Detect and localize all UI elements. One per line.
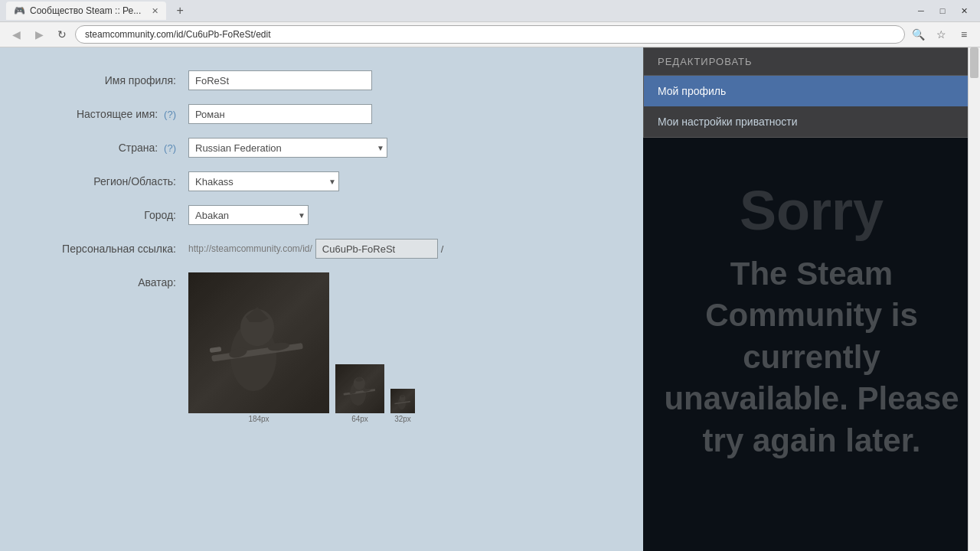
new-tab-btn[interactable]: + xyxy=(169,2,191,20)
maximize-btn[interactable]: □ xyxy=(933,4,952,18)
nav-bar: ◀ ▶ ↻ 🔍 ☆ ≡ xyxy=(0,21,980,47)
country-select-wrapper: Russian Federation ▼ xyxy=(188,138,387,158)
country-row: Страна: (?) Russian Federation ▼ xyxy=(31,138,612,158)
menu-icon[interactable]: ≡ xyxy=(954,24,974,44)
profile-name-label: Имя профиля: xyxy=(31,74,176,86)
avatar-size-large-label: 184px xyxy=(248,415,269,423)
bookmark-icon[interactable]: ☆ xyxy=(931,24,951,44)
profile-name-input[interactable] xyxy=(188,70,372,90)
url-slash: / xyxy=(441,243,444,255)
title-bar: 🎮 Сообщество Steam :: Ре... ✕ + ─ □ ✕ xyxy=(0,0,980,21)
scrollbar[interactable] xyxy=(968,47,980,551)
city-select[interactable]: Abakan xyxy=(188,205,309,225)
forward-btn[interactable]: ▶ xyxy=(29,24,49,44)
real-name-input[interactable] xyxy=(188,104,372,124)
sorry-overlay: Sorry The Steam Community is currently u… xyxy=(643,93,980,551)
region-row: Регион/Область: Khakass ▼ xyxy=(31,171,612,191)
avatar-size-small-label: 32px xyxy=(394,415,411,423)
svg-rect-18 xyxy=(335,364,384,413)
browser-tab[interactable]: 🎮 Сообщество Steam :: Ре... ✕ xyxy=(6,2,166,20)
svg-rect-25 xyxy=(390,389,415,413)
svg-rect-9 xyxy=(188,272,329,413)
city-label: Город: xyxy=(31,209,176,221)
region-select[interactable]: Khakass xyxy=(188,171,339,191)
real-name-help[interactable]: (?) xyxy=(164,109,176,120)
country-label: Страна: (?) xyxy=(31,142,176,154)
right-panel: РЕДАКТИРОВАТЬ Мой профиль Мои настройки … xyxy=(643,47,980,551)
avatar-small xyxy=(390,389,415,413)
url-prefix: http://steamcommunity.com/id/ xyxy=(188,243,312,254)
profile-name-row: Имя профиля: xyxy=(31,70,612,90)
personal-url-row: Персональная ссылка: http://steamcommuni… xyxy=(31,239,612,259)
scrollbar-thumb[interactable] xyxy=(970,47,978,78)
personal-link-label: Персональная ссылка: xyxy=(31,243,176,255)
minimize-btn[interactable]: ─ xyxy=(911,4,931,18)
sorry-title: Sorry xyxy=(740,183,884,238)
avatar-large-col: 184px xyxy=(188,272,329,423)
avatar-medium xyxy=(335,364,384,413)
city-select-wrapper: Abakan ▼ xyxy=(188,205,309,225)
avatar-image-medium xyxy=(335,364,384,413)
search-icon[interactable]: 🔍 xyxy=(908,24,928,44)
sorry-text: The Steam Community is currently unavail… xyxy=(658,253,965,462)
back-btn[interactable]: ◀ xyxy=(6,24,26,44)
avatar-image-small xyxy=(390,389,415,413)
tab-close-btn[interactable]: ✕ xyxy=(152,6,158,16)
dropdown-header: РЕДАКТИРОВАТЬ xyxy=(644,48,979,76)
page-content: Имя профиля: Настоящее имя: (?) Страна: … xyxy=(0,47,980,551)
region-label: Регион/Область: xyxy=(31,175,176,187)
url-input[interactable] xyxy=(315,239,438,259)
avatar-medium-col: 64px xyxy=(335,364,384,423)
nav-icons: 🔍 ☆ ≡ xyxy=(908,24,974,44)
avatar-small-col: 32px xyxy=(390,389,415,423)
city-row: Город: Abakan ▼ xyxy=(31,205,612,225)
close-btn[interactable]: ✕ xyxy=(954,4,974,18)
tab-favicon: 🎮 xyxy=(14,5,25,16)
avatar-image-large xyxy=(188,272,329,413)
real-name-row: Настоящее имя: (?) xyxy=(31,104,612,124)
avatar-label: Аватар: xyxy=(31,272,176,289)
form-area: Имя профиля: Настоящее имя: (?) Страна: … xyxy=(0,47,643,551)
avatar-section: Аватар: xyxy=(31,272,612,423)
country-help[interactable]: (?) xyxy=(164,142,176,154)
avatar-size-medium-label: 64px xyxy=(351,415,368,423)
real-name-label: Настоящее имя: (?) xyxy=(31,108,176,120)
browser-window: 🎮 Сообщество Steam :: Ре... ✕ + ─ □ ✕ ◀ … xyxy=(0,0,980,551)
avatar-images: 184px xyxy=(188,272,415,423)
window-controls: ─ □ ✕ xyxy=(911,4,974,18)
country-select[interactable]: Russian Federation xyxy=(188,138,387,158)
avatar-large xyxy=(188,272,329,413)
reload-btn[interactable]: ↻ xyxy=(52,24,72,44)
region-select-wrapper: Khakass ▼ xyxy=(188,171,339,191)
address-bar[interactable] xyxy=(75,25,905,44)
tab-title: Сообщество Steam :: Ре... xyxy=(30,5,141,16)
